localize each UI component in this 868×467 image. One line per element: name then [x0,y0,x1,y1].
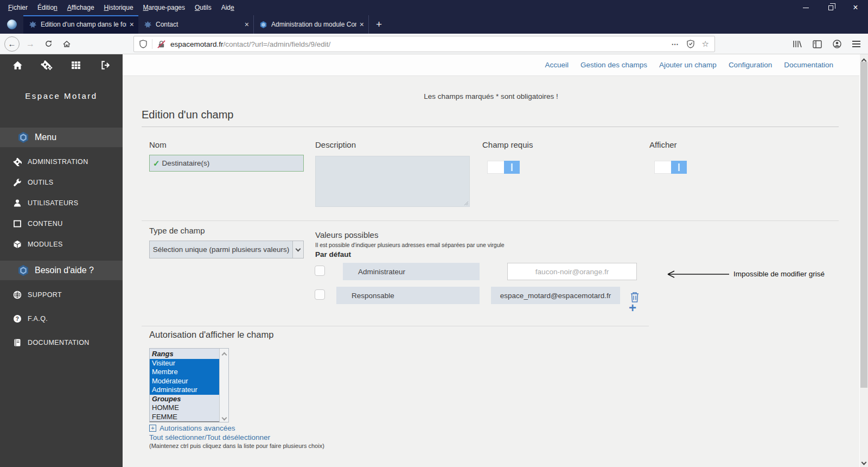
listbox-scrollbar[interactable] [219,349,228,422]
tout-deselectionner-link[interactable]: Tout désélectionner [207,433,270,441]
minimize-button[interactable] [793,0,818,15]
description-label: Description [315,140,356,149]
menubar-item-edition[interactable]: Édition [33,4,62,11]
value-name-field[interactable]: Responsable [336,287,480,304]
main-area: Accueil Gestion des champs Ajouter un ch… [123,54,859,467]
insecure-lock-icon[interactable] [157,40,165,48]
hamburger-menu-icon[interactable] [852,41,860,47]
menubar-item-fichier[interactable]: Fichier [3,4,33,11]
scrollbar-down-icon[interactable] [861,460,867,465]
menubar-item-marque-pages[interactable]: Marque-pages [138,4,190,11]
listbox-option-visiteur[interactable]: Visiteur [150,359,219,368]
default-checkbox-administrateur[interactable] [315,266,325,276]
tout-selectionner-link[interactable]: Tout sélectionner [149,433,205,441]
autorisation-heading: Autorisation d'afficher le champ [149,330,273,340]
wrench-icon [13,178,22,187]
tab-title: Edition d'un champ dans le for [41,21,126,28]
listbox-option-administrateur[interactable]: Administrateur [150,386,219,395]
tab-edition-champ[interactable]: Edition d'un champ dans le for × [23,15,138,34]
url-bar[interactable]: espacemotard.fr/contact/?url=/admin/fiel… [133,36,715,52]
sidebar-item-support[interactable]: SUPPORT [0,288,123,302]
tab-close-icon[interactable]: × [360,21,364,28]
tab-close-icon[interactable]: × [130,21,134,28]
window-titlebar: Fichier Édition Affichage Historique Mar… [0,0,868,15]
sidebar-item-documentation[interactable]: DOCUMENTATION [0,336,123,350]
shield-icon[interactable] [139,40,147,48]
nav-link-gestion-des-champs[interactable]: Gestion des champs [580,61,647,69]
sidebar-item-modules[interactable]: MODULES [0,237,123,251]
sidebar-item-utilisateurs[interactable]: UTILISATEURS [0,196,123,210]
nom-value: Destinataire(s) [162,159,210,167]
close-window-button[interactable]: × [843,0,868,15]
tab-close-icon[interactable]: × [245,21,249,28]
select-arrow[interactable] [292,241,303,258]
nav-link-configuration[interactable]: Configuration [729,61,772,69]
back-button[interactable]: ← [4,36,20,52]
settings-shortcut-button[interactable] [40,59,53,72]
sidebar-item-faq[interactable]: ? F.A.Q. [0,312,123,326]
value-name-field[interactable]: Administrateur [343,263,480,280]
url-path: /contact/?url=/admin/fields/9/edit/ [224,40,331,48]
grid-icon [71,60,81,70]
type-de-champ-label: Type de champ [149,226,205,235]
logout-button[interactable] [99,59,112,72]
home-shortcut-button[interactable] [11,59,24,72]
home-button[interactable] [60,40,74,48]
sidebar-help-header[interactable]: Besoin d'aide ? [0,261,123,280]
listbox-option-homme[interactable]: HOMME [150,403,219,413]
reload-button[interactable] [41,40,55,48]
section-divider [142,326,649,326]
resize-grip-icon[interactable] [464,201,468,205]
sidebar-item-label: MODULES [28,241,63,248]
new-tab-button[interactable]: + [368,15,389,34]
champ-requis-toggle[interactable] [487,161,520,174]
menubar-item-outils[interactable]: Outils [190,4,216,11]
listbox-option-moderateur[interactable]: Modérateur [150,377,219,386]
account-icon[interactable] [833,40,841,48]
browser-menubar: Fichier Édition Affichage Historique Mar… [0,0,239,15]
pocket-shield-icon[interactable] [687,40,694,48]
scrollbar-thumb[interactable] [860,62,867,388]
nav-link-accueil[interactable]: Accueil [545,61,569,69]
sidebar-item-outils[interactable]: OUTILS [0,175,123,190]
bookmark-star-icon[interactable]: ☆ [702,39,709,49]
nav-link-ajouter-un-champ[interactable]: Ajouter un champ [659,61,717,69]
minimize-icon [803,8,809,8]
tab-contact[interactable]: Contact × [138,15,253,34]
sidebar-menu-label: Menu [35,132,56,142]
autorisations-avancees-link[interactable]: + Autorisations avancées [149,424,235,432]
annotation-arrow [665,270,730,279]
afficher-toggle[interactable] [654,161,687,174]
value-email-field[interactable]: espace_motard@espacemotard.fr [491,287,620,304]
scroll-up-icon[interactable] [221,352,227,358]
default-checkbox-responsable[interactable] [315,289,325,300]
add-row-button[interactable]: + [629,301,636,314]
sidebar-item-administration[interactable]: ADMINISTRATION [0,155,123,169]
menubar-item-affichage[interactable]: Affichage [62,4,99,11]
nom-input[interactable]: ✓ Destinataire(s) [149,155,304,172]
tab-administration-module[interactable]: Administration du module Con × [253,15,368,34]
page-actions-icon[interactable]: ⋯ [672,40,679,48]
sidebar: Espace Motard Menu ADMINISTRATION OUTILS… [0,54,123,467]
sidebar-item-label: ADMINISTRATION [28,158,88,166]
restore-button[interactable] [818,0,843,15]
description-textarea[interactable] [315,156,470,207]
sidebars-icon[interactable] [813,40,822,48]
valid-check-icon: ✓ [153,159,160,168]
autorisation-listbox[interactable]: Rangs Visiteur Membre Modérateur Adminis… [149,348,229,422]
listbox-option-membre[interactable]: Membre [150,368,219,377]
listbox-option-femme[interactable]: FEMME [150,413,219,422]
sidebar-menu-header[interactable]: Menu [0,128,123,147]
apps-grid-button[interactable] [69,59,82,72]
page-scrollbar[interactable] [859,54,868,467]
library-icon[interactable] [793,40,802,48]
menubar-item-historique[interactable]: Historique [99,4,138,11]
sidebar-item-contenu[interactable]: CONTENU [0,217,123,231]
app-frame: Espace Motard Menu ADMINISTRATION OUTILS… [0,54,868,467]
menubar-item-aide[interactable]: Aide [216,4,239,11]
scroll-down-icon[interactable] [221,415,227,421]
sidebar-item-label: OUTILS [28,179,54,186]
nav-link-documentation[interactable]: Documentation [784,61,833,69]
page-content: Les champs marqués * sont obligatoires !… [123,76,859,467]
type-de-champ-select[interactable]: Sélection unique (parmi plusieurs valeur… [149,241,304,258]
